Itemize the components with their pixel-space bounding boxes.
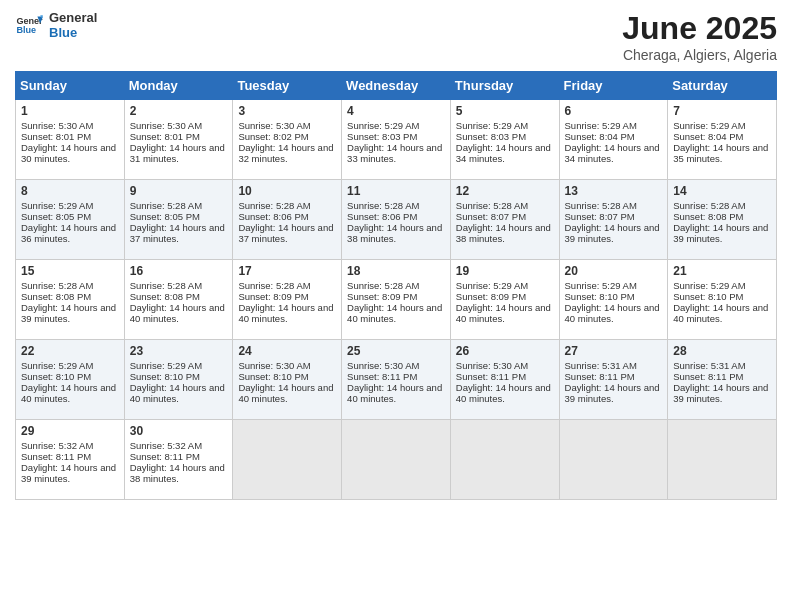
sunset-label: Sunset: 8:06 PM (347, 211, 417, 222)
day-cell-4: 4Sunrise: 5:29 AMSunset: 8:03 PMDaylight… (342, 100, 451, 180)
day-cell-29: 29Sunrise: 5:32 AMSunset: 8:11 PMDayligh… (16, 420, 125, 500)
empty-cell (233, 420, 342, 500)
sunrise-label: Sunrise: 5:31 AM (565, 360, 637, 371)
sunrise-label: Sunrise: 5:29 AM (21, 200, 93, 211)
calendar-row: 8Sunrise: 5:29 AMSunset: 8:05 PMDaylight… (16, 180, 777, 260)
header: General Blue General Blue June 2025 Cher… (15, 10, 777, 63)
sunset-label: Sunset: 8:11 PM (673, 371, 743, 382)
sunset-label: Sunset: 8:05 PM (21, 211, 91, 222)
sunrise-label: Sunrise: 5:29 AM (21, 360, 93, 371)
sunrise-label: Sunrise: 5:28 AM (673, 200, 745, 211)
sunset-label: Sunset: 8:11 PM (456, 371, 526, 382)
day-number: 1 (21, 104, 119, 118)
title-block: June 2025 Cheraga, Algiers, Algeria (622, 10, 777, 63)
day-cell-6: 6Sunrise: 5:29 AMSunset: 8:04 PMDaylight… (559, 100, 668, 180)
sunset-label: Sunset: 8:01 PM (21, 131, 91, 142)
logo: General Blue General Blue (15, 10, 97, 40)
sunrise-label: Sunrise: 5:29 AM (565, 280, 637, 291)
daylight-label: Daylight: 14 hours and 40 minutes. (565, 302, 660, 324)
daylight-label: Daylight: 14 hours and 38 minutes. (347, 222, 442, 244)
day-cell-10: 10Sunrise: 5:28 AMSunset: 8:06 PMDayligh… (233, 180, 342, 260)
col-header-sunday: Sunday (16, 72, 125, 100)
sunrise-label: Sunrise: 5:28 AM (565, 200, 637, 211)
daylight-label: Daylight: 14 hours and 39 minutes. (673, 222, 768, 244)
svg-text:Blue: Blue (16, 25, 36, 35)
sunset-label: Sunset: 8:11 PM (130, 451, 200, 462)
sunset-label: Sunset: 8:08 PM (673, 211, 743, 222)
empty-cell (559, 420, 668, 500)
day-number: 21 (673, 264, 771, 278)
sunrise-label: Sunrise: 5:30 AM (238, 360, 310, 371)
daylight-label: Daylight: 14 hours and 39 minutes. (21, 302, 116, 324)
daylight-label: Daylight: 14 hours and 39 minutes. (673, 382, 768, 404)
sunrise-label: Sunrise: 5:30 AM (21, 120, 93, 131)
col-header-wednesday: Wednesday (342, 72, 451, 100)
day-number: 29 (21, 424, 119, 438)
sunrise-label: Sunrise: 5:29 AM (456, 280, 528, 291)
day-cell-12: 12Sunrise: 5:28 AMSunset: 8:07 PMDayligh… (450, 180, 559, 260)
day-number: 8 (21, 184, 119, 198)
sunrise-label: Sunrise: 5:30 AM (130, 120, 202, 131)
daylight-label: Daylight: 14 hours and 40 minutes. (673, 302, 768, 324)
day-number: 18 (347, 264, 445, 278)
day-cell-27: 27Sunrise: 5:31 AMSunset: 8:11 PMDayligh… (559, 340, 668, 420)
daylight-label: Daylight: 14 hours and 40 minutes. (456, 302, 551, 324)
day-cell-8: 8Sunrise: 5:29 AMSunset: 8:05 PMDaylight… (16, 180, 125, 260)
logo-icon: General Blue (15, 11, 43, 39)
daylight-label: Daylight: 14 hours and 40 minutes. (347, 302, 442, 324)
daylight-label: Daylight: 14 hours and 39 minutes. (565, 382, 660, 404)
day-number: 4 (347, 104, 445, 118)
sunrise-label: Sunrise: 5:28 AM (456, 200, 528, 211)
sunrise-label: Sunrise: 5:29 AM (673, 280, 745, 291)
day-cell-18: 18Sunrise: 5:28 AMSunset: 8:09 PMDayligh… (342, 260, 451, 340)
sunrise-label: Sunrise: 5:29 AM (347, 120, 419, 131)
day-number: 9 (130, 184, 228, 198)
sunset-label: Sunset: 8:08 PM (21, 291, 91, 302)
daylight-label: Daylight: 14 hours and 38 minutes. (456, 222, 551, 244)
day-cell-17: 17Sunrise: 5:28 AMSunset: 8:09 PMDayligh… (233, 260, 342, 340)
sunrise-label: Sunrise: 5:30 AM (456, 360, 528, 371)
sunrise-label: Sunrise: 5:28 AM (347, 280, 419, 291)
sunset-label: Sunset: 8:05 PM (130, 211, 200, 222)
sunset-label: Sunset: 8:04 PM (565, 131, 635, 142)
sunset-label: Sunset: 8:09 PM (238, 291, 308, 302)
sunrise-label: Sunrise: 5:30 AM (347, 360, 419, 371)
sunset-label: Sunset: 8:07 PM (456, 211, 526, 222)
daylight-label: Daylight: 14 hours and 38 minutes. (130, 462, 225, 484)
day-cell-20: 20Sunrise: 5:29 AMSunset: 8:10 PMDayligh… (559, 260, 668, 340)
sunrise-label: Sunrise: 5:29 AM (565, 120, 637, 131)
day-number: 15 (21, 264, 119, 278)
day-cell-13: 13Sunrise: 5:28 AMSunset: 8:07 PMDayligh… (559, 180, 668, 260)
day-cell-2: 2Sunrise: 5:30 AMSunset: 8:01 PMDaylight… (124, 100, 233, 180)
daylight-label: Daylight: 14 hours and 40 minutes. (21, 382, 116, 404)
sunset-label: Sunset: 8:10 PM (21, 371, 91, 382)
sunset-label: Sunset: 8:07 PM (565, 211, 635, 222)
daylight-label: Daylight: 14 hours and 40 minutes. (456, 382, 551, 404)
day-cell-9: 9Sunrise: 5:28 AMSunset: 8:05 PMDaylight… (124, 180, 233, 260)
day-number: 17 (238, 264, 336, 278)
logo-text-general: General (49, 10, 97, 25)
daylight-label: Daylight: 14 hours and 31 minutes. (130, 142, 225, 164)
day-number: 14 (673, 184, 771, 198)
daylight-label: Daylight: 14 hours and 34 minutes. (565, 142, 660, 164)
sunrise-label: Sunrise: 5:32 AM (130, 440, 202, 451)
sunset-label: Sunset: 8:11 PM (21, 451, 91, 462)
col-header-saturday: Saturday (668, 72, 777, 100)
day-cell-19: 19Sunrise: 5:29 AMSunset: 8:09 PMDayligh… (450, 260, 559, 340)
sunset-label: Sunset: 8:02 PM (238, 131, 308, 142)
sunset-label: Sunset: 8:11 PM (565, 371, 635, 382)
day-cell-3: 3Sunrise: 5:30 AMSunset: 8:02 PMDaylight… (233, 100, 342, 180)
day-cell-5: 5Sunrise: 5:29 AMSunset: 8:03 PMDaylight… (450, 100, 559, 180)
day-cell-26: 26Sunrise: 5:30 AMSunset: 8:11 PMDayligh… (450, 340, 559, 420)
day-cell-30: 30Sunrise: 5:32 AMSunset: 8:11 PMDayligh… (124, 420, 233, 500)
daylight-label: Daylight: 14 hours and 35 minutes. (673, 142, 768, 164)
col-header-friday: Friday (559, 72, 668, 100)
day-cell-22: 22Sunrise: 5:29 AMSunset: 8:10 PMDayligh… (16, 340, 125, 420)
calendar-row: 1Sunrise: 5:30 AMSunset: 8:01 PMDaylight… (16, 100, 777, 180)
sunset-label: Sunset: 8:10 PM (673, 291, 743, 302)
header-row: SundayMondayTuesdayWednesdayThursdayFrid… (16, 72, 777, 100)
sunrise-label: Sunrise: 5:28 AM (347, 200, 419, 211)
sunrise-label: Sunrise: 5:28 AM (130, 280, 202, 291)
day-cell-1: 1Sunrise: 5:30 AMSunset: 8:01 PMDaylight… (16, 100, 125, 180)
empty-cell (342, 420, 451, 500)
